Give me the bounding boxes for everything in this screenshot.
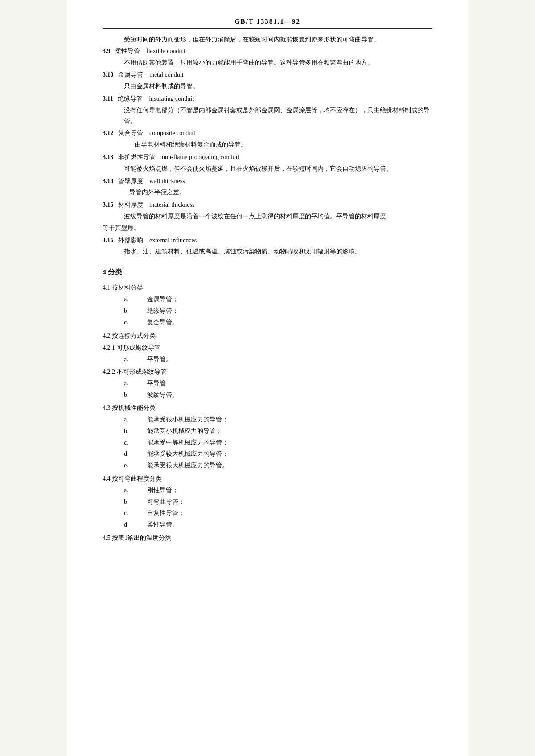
section-3-12-title: 3.12 复合导管 composite conduit bbox=[103, 128, 432, 139]
section-4-2-2-title: 4.2.2 不可形成螺纹导管 bbox=[103, 367, 432, 377]
text-4-2-1-a: 平导管。 bbox=[147, 356, 172, 363]
label-4-4-d: d. bbox=[135, 519, 145, 530]
main-content: 受短时间的外力而变形，但在外力消除后，在较短时间内就能恢复到原来形状的可弯曲导管… bbox=[103, 34, 432, 544]
section-4-1: 4.1 按材料分类 a. 金属导管； b. 绝缘导管； c. 复合导管。 bbox=[103, 282, 432, 327]
section-3-12-en: composite conduit bbox=[149, 130, 195, 136]
text-4-3-d: 能承受较大机械应力的导管； bbox=[147, 450, 228, 457]
section-num-3-14: 3.14 bbox=[103, 178, 114, 184]
text-4-3-b: 能承受小机械应力的导管； bbox=[147, 428, 222, 434]
header-title: GB/T 13381.1—92 bbox=[235, 18, 300, 25]
label-4-4-c: c. bbox=[135, 508, 145, 519]
text-4-3-a: 能承受很小机械应力的导管； bbox=[147, 416, 228, 423]
text-4-3-c: 能承受中等机械应力的导管； bbox=[147, 439, 228, 446]
label-4-1-a: a. bbox=[135, 294, 145, 305]
section-num-3-12: 3.12 bbox=[103, 130, 114, 136]
section-3-16: 3.16 外部影响 external influences 指水、油、建筑材料、… bbox=[103, 235, 432, 257]
section-3-15-desc2: 等于其壁厚。 bbox=[103, 223, 432, 233]
list-item-4-4-b: b. 可弯曲导管； bbox=[135, 497, 432, 507]
section-3-10-desc: 只由金属材料制成的导管。 bbox=[124, 81, 432, 92]
page: GB/T 13381.1—92 受短时间的外力而变形，但在外力消除后，在较短时间… bbox=[67, 0, 468, 756]
section-3-14-zh: 管壁厚度 bbox=[118, 178, 143, 184]
section-3-11-zh: 绝缘导管 bbox=[118, 95, 143, 102]
section-3-11-en: insulating conduit bbox=[149, 95, 194, 102]
list-item-4-1-b: b. 绝缘导管； bbox=[135, 306, 432, 316]
section-3-16-zh: 外部影响 bbox=[118, 237, 143, 244]
section-3-14-desc: 导管内外半径之差。 bbox=[129, 187, 432, 198]
section-3-9-zh: 柔性导管 bbox=[115, 48, 140, 54]
section-3-15-zh: 材料厚度 bbox=[118, 201, 143, 208]
label-4-3-e: e. bbox=[135, 460, 145, 471]
section-4-2-2: 4.2.2 不可形成螺纹导管 a. 平导管 b. 波纹导管。 bbox=[103, 367, 432, 400]
label-4-3-a: a. bbox=[135, 414, 145, 425]
text-4-4-b: 可弯曲导管； bbox=[147, 499, 185, 505]
list-item-4-1-c: c. 复合导管。 bbox=[135, 317, 432, 328]
section-4-2-title: 4.2 按连接方式分类 bbox=[103, 331, 432, 341]
section-3-11-title: 3.11 绝缘导管 insulating conduit bbox=[103, 94, 432, 104]
list-item-4-3-c: c. 能承受中等机械应力的导管； bbox=[135, 437, 432, 448]
section-3-9: 3.9 柔性导管 flexible conduit 不用借助其他装置，只用较小的… bbox=[103, 46, 432, 68]
text-4-4-c: 自复性导管； bbox=[147, 510, 185, 516]
section-4-3: 4.3 按机械性能分类 a. 能承受很小机械应力的导管； b. 能承受小机械应力… bbox=[103, 403, 432, 471]
list-item-4-3-b: b. 能承受小机械应力的导管； bbox=[135, 426, 432, 437]
section-4-4: 4.4 按可弯曲程度分类 a. 刚性导管； b. 可弯曲导管； c. 自复性导管… bbox=[103, 474, 432, 530]
label-4-4-b: b. bbox=[135, 497, 145, 507]
text-4-2-2-b: 波纹导管。 bbox=[147, 392, 178, 398]
section-4-3-title: 4.3 按机械性能分类 bbox=[103, 403, 432, 413]
section-4-1-title: 4.1 按材料分类 bbox=[103, 282, 432, 293]
section-3-9-en: flexible conduit bbox=[146, 48, 185, 54]
section-3-15-desc: 波纹导管的材料厚度是沿着一个波纹在任何一点上测得的材料厚度的平均值。平导管的材料… bbox=[124, 211, 432, 222]
section-4-5-title: 4.5 按表1给出的温度分类 bbox=[103, 533, 432, 544]
section-num-3-16: 3.16 bbox=[103, 237, 114, 244]
section-3-9-desc: 不用借助其他装置，只用较小的力就能用手弯曲的导管。这种导管多用在频繁弯曲的地方。 bbox=[124, 57, 432, 68]
label-4-3-b: b. bbox=[135, 426, 145, 437]
list-item-4-2-2-b: b. 波纹导管。 bbox=[135, 390, 432, 400]
label-4-2-2-a: a. bbox=[135, 378, 145, 389]
label-4-2-2-b: b. bbox=[135, 390, 145, 400]
section-num-3-11: 3.11 bbox=[103, 95, 113, 102]
label-4-4-a: a. bbox=[135, 485, 145, 496]
list-item-4-4-c: c. 自复性导管； bbox=[135, 508, 432, 519]
text-4-2-2-a: 平导管 bbox=[147, 380, 166, 387]
label-4-3-c: c. bbox=[135, 437, 145, 448]
text-4-4-d: 柔性导管。 bbox=[147, 521, 178, 528]
section-3-10-en: metal conduit bbox=[149, 71, 184, 78]
section-num-3-10: 3.10 bbox=[103, 71, 114, 78]
section-3-12-desc: 由导电材料和绝缘材料复合而成的导管。 bbox=[135, 139, 432, 150]
page-header: GB/T 13381.1—92 bbox=[103, 18, 432, 29]
section-3-10: 3.10 金属导管 metal conduit 只由金属材料制成的导管。 bbox=[103, 69, 432, 92]
section-3-13-zh: 非扩燃性导管 bbox=[118, 154, 156, 160]
label-4-1-b: b. bbox=[135, 306, 145, 316]
section-3-14-en: wall thickness bbox=[149, 178, 185, 184]
section-num-3-13: 3.13 bbox=[103, 154, 114, 160]
list-item-4-3-e: e. 能承受很大机械应力的导管。 bbox=[135, 460, 432, 471]
section-4-4-title: 4.4 按可弯曲程度分类 bbox=[103, 474, 432, 484]
intro-line: 受短时间的外力而变形，但在外力消除后，在较短时间内就能恢复到原来形状的可弯曲导管… bbox=[124, 34, 432, 45]
list-item-4-4-d: d. 柔性导管。 bbox=[135, 519, 432, 530]
section-3-10-title: 3.10 金属导管 metal conduit bbox=[103, 69, 432, 80]
section-4-title: 4 分类 bbox=[103, 266, 432, 278]
section-num-3-9: 3.9 bbox=[103, 48, 111, 54]
section-3-13-desc: 可能被火焰点燃，但不会使火焰蔓延，且在火焰被移开后，在较短时间内，它会自动熄灭的… bbox=[124, 163, 432, 174]
section-4-2-1-title: 4.2.1 可形成螺纹导管 bbox=[103, 343, 432, 353]
section-num-3-15: 3.15 bbox=[103, 201, 114, 208]
section-4-2-1: 4.2.1 可形成螺纹导管 a. 平导管。 bbox=[103, 343, 432, 365]
section-3-14-title: 3.14 管壁厚度 wall thickness bbox=[103, 176, 432, 187]
section-3-9-title: 3.9 柔性导管 flexible conduit bbox=[103, 46, 432, 57]
list-item-4-2-2-a: a. 平导管 bbox=[135, 378, 432, 389]
section-3-11: 3.11 绝缘导管 insulating conduit 没有任何导电部分（不管… bbox=[103, 94, 432, 126]
label-4-2-1-a: a. bbox=[135, 354, 145, 365]
section-3-16-desc: 指水、油、建筑材料、低温或高温、腐蚀或污染物质、动物啃咬和太阳辐射等的影响。 bbox=[124, 246, 432, 257]
text-4-1-c: 复合导管。 bbox=[147, 319, 178, 326]
section-4: 4 分类 4.1 按材料分类 a. 金属导管； b. 绝缘导管； c. 复合导管… bbox=[103, 266, 432, 544]
section-4-2: 4.2 按连接方式分类 bbox=[103, 331, 432, 341]
list-item-4-1-a: a. 金属导管； bbox=[135, 294, 432, 305]
section-3-14: 3.14 管壁厚度 wall thickness 导管内外半径之差。 bbox=[103, 176, 432, 198]
text-4-1-b: 绝缘导管； bbox=[147, 307, 178, 314]
text-4-3-e: 能承受很大机械应力的导管。 bbox=[147, 462, 228, 469]
label-4-1-c: c. bbox=[135, 317, 145, 328]
section-3-15-en: material thickness bbox=[149, 201, 194, 208]
section-3-13: 3.13 非扩燃性导管 non-flame propagating condui… bbox=[103, 152, 432, 174]
section-3-10-zh: 金属导管 bbox=[118, 71, 143, 78]
text-4-1-a: 金属导管； bbox=[147, 296, 178, 302]
section-3-15: 3.15 材料厚度 material thickness 波纹导管的材料厚度是沿… bbox=[103, 200, 432, 233]
